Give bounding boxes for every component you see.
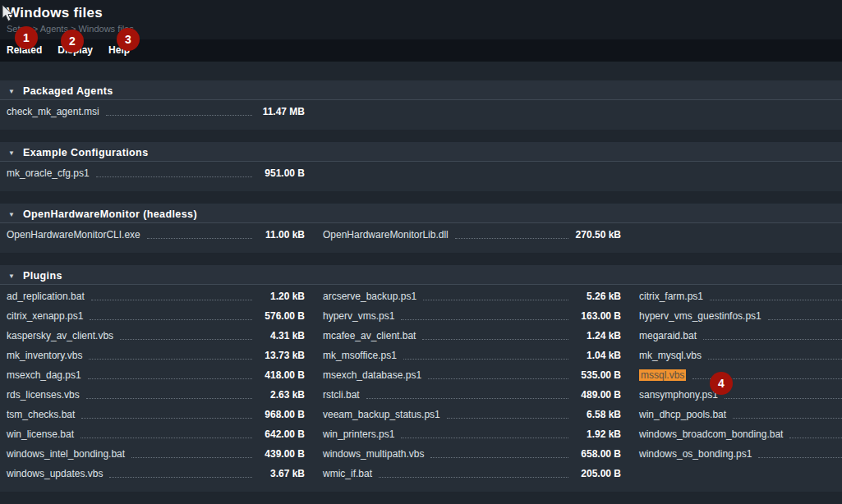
file-link[interactable]: check_mk_agent.msi	[7, 106, 99, 117]
file-link[interactable]: msexch_database.ps1	[323, 369, 421, 381]
file-entry: arcserve_backup.ps15.26 kB	[316, 286, 633, 306]
file-link[interactable]: mk_mysql.vbs	[639, 350, 702, 361]
file-link[interactable]: mk_msoffice.ps1	[323, 350, 397, 361]
file-link[interactable]: ad_replication.bat	[7, 291, 85, 302]
file-link[interactable]: mk_oracle_cfg.ps1	[7, 167, 90, 179]
file-entry: tsm_checks.bat968.00 B	[0, 405, 316, 424]
file-entry: rstcli.bat489.00 B	[316, 385, 633, 405]
file-link[interactable]: windows_updates.vbs	[7, 468, 103, 479]
dotted-leader	[401, 438, 568, 438]
file-entry: veeam_backup_status.ps16.58 kB	[316, 405, 633, 424]
file-link[interactable]: rds_licenses.vbs	[7, 389, 80, 401]
file-size: 968.00 B	[259, 409, 305, 420]
file-size: 1.20 kB	[259, 291, 305, 302]
dotted-leader	[366, 398, 568, 399]
file-link[interactable]: wmic_if.bat	[323, 468, 372, 479]
file-size: 5.26 kB	[575, 291, 621, 302]
page-title: Windows files	[7, 4, 834, 21]
file-size: 418.00 B	[259, 369, 305, 381]
file-link[interactable]: arcserve_backup.ps1	[323, 291, 416, 302]
file-size: 535.00 B	[575, 369, 621, 381]
section-header-openhardwaremonitor-headless[interactable]: ▼OpenHardwareMonitor (headless)	[0, 204, 842, 223]
file-link[interactable]: mk_inventory.vbs	[7, 350, 82, 361]
section-packaged-agents: ▼Packaged Agentscheck_mk_agent.msi11.47 …	[0, 80, 842, 130]
file-entry: windows_multipath.vbs658.00 B	[316, 444, 633, 464]
dotted-leader	[430, 457, 568, 458]
content-area: ▼Packaged Agentscheck_mk_agent.msi11.47 …	[0, 62, 842, 492]
file-size: 642.00 B	[259, 428, 305, 440]
file-entry: win_printers.ps11.92 kB	[316, 424, 633, 444]
file-link[interactable]: hyperv_vms_guestinfos.ps1	[639, 310, 761, 322]
dotted-leader	[88, 378, 252, 379]
file-link[interactable]: windows_os_bonding.ps1	[639, 448, 752, 460]
file-link[interactable]: megaraid.bat	[639, 330, 697, 341]
file-row: OpenHardwareMonitorCLI.exe11.00 kBOpenHa…	[0, 225, 842, 245]
file-link[interactable]: win_license.bat	[7, 428, 74, 440]
section-title: Plugins	[23, 270, 62, 282]
dotted-leader	[428, 378, 568, 379]
file-size: 163.00 B	[575, 310, 621, 322]
file-entry: citrix_xenapp.ps1576.00 B	[0, 306, 316, 326]
dotted-leader	[401, 319, 568, 320]
dotted-leader	[147, 238, 252, 239]
file-link[interactable]: mssql.vbs	[639, 369, 686, 381]
file-entry: windows_updates.vbs3.67 kB	[0, 464, 316, 483]
file-entry: OpenHardwareMonitorLib.dll270.50 kB	[316, 225, 633, 245]
file-entry: win_dhcp_pools.bat	[633, 405, 842, 424]
file-link[interactable]: citrix_xenapp.ps1	[7, 310, 83, 322]
file-link[interactable]: tsm_checks.bat	[7, 409, 75, 420]
file-link[interactable]: OpenHardwareMonitorLib.dll	[323, 229, 449, 241]
file-link[interactable]: msexch_dag.ps1	[7, 369, 81, 381]
file-size: 1.04 kB	[575, 350, 621, 361]
file-row: kaspersky_av_client.vbs4.31 kBmcafee_av_…	[0, 326, 842, 346]
file-link[interactable]: kaspersky_av_client.vbs	[7, 330, 113, 341]
dotted-leader	[789, 438, 842, 438]
file-size: 4.31 kB	[259, 330, 305, 341]
section-title: Packaged Agents	[23, 85, 113, 97]
file-row: tsm_checks.bat968.00 Bveeam_backup_statu…	[0, 405, 842, 424]
file-entry: citrix_farm.ps1	[633, 286, 842, 306]
section-header-packaged-agents[interactable]: ▼Packaged Agents	[0, 80, 842, 100]
dotted-leader	[758, 457, 842, 458]
file-size: 205.00 B	[575, 468, 621, 479]
annotation-badge-2: 2	[61, 30, 84, 53]
dotted-leader	[708, 359, 842, 360]
file-entry: mssql.vbs	[633, 365, 842, 385]
section-header-example-configurations[interactable]: ▼Example Configurations	[0, 142, 842, 162]
file-entry: win_license.bat642.00 B	[0, 424, 316, 444]
file-link[interactable]: windows_multipath.vbs	[323, 448, 424, 460]
file-size: 3.67 kB	[259, 468, 305, 479]
file-entry: mk_mysql.vbs	[633, 346, 842, 365]
section-header-plugins[interactable]: ▼Plugins	[0, 265, 842, 285]
file-row: win_license.bat642.00 Bwin_printers.ps11…	[0, 424, 842, 444]
dotted-leader	[120, 339, 252, 340]
dotted-leader	[90, 319, 252, 320]
file-link[interactable]: windows_intel_bonding.bat	[7, 448, 125, 460]
file-link[interactable]: windows_broadcom_bonding.bat	[639, 428, 783, 440]
collapse-arrow-icon: ▼	[8, 144, 15, 163]
file-size: 11.00 kB	[259, 229, 305, 241]
file-size: 13.73 kB	[259, 350, 305, 361]
file-link[interactable]: win_printers.ps1	[323, 428, 394, 440]
file-row: check_mk_agent.msi11.47 MB	[0, 102, 842, 121]
file-entry: sansymphony.ps1	[633, 385, 842, 405]
section-title: Example Configurations	[23, 147, 149, 158]
section-body: check_mk_agent.msi11.47 MB	[0, 100, 842, 130]
file-row: windows_intel_bonding.bat439.00 Bwindows…	[0, 444, 842, 464]
annotation-badge-1: 1	[15, 26, 38, 49]
dotted-leader	[131, 457, 252, 458]
file-link[interactable]: win_dhcp_pools.bat	[639, 409, 726, 420]
file-link[interactable]: hyperv_vms.ps1	[323, 310, 394, 322]
file-link[interactable]: citrix_farm.ps1	[639, 291, 703, 302]
file-size: 6.58 kB	[575, 409, 621, 420]
file-link[interactable]: rstcli.bat	[323, 389, 360, 401]
file-size: 1.24 kB	[575, 330, 621, 341]
file-link[interactable]: veeam_backup_status.ps1	[323, 409, 440, 420]
collapse-arrow-icon: ▼	[8, 267, 15, 286]
file-link[interactable]: mcafee_av_client.bat	[323, 330, 416, 341]
file-link[interactable]: OpenHardwareMonitorCLI.exe	[7, 229, 140, 241]
dotted-leader	[403, 359, 568, 360]
file-link[interactable]: sansymphony.ps1	[639, 389, 718, 401]
section-body: mk_oracle_cfg.ps1951.00 B	[0, 162, 842, 191]
section-example-configurations: ▼Example Configurationsmk_oracle_cfg.ps1…	[0, 142, 842, 191]
